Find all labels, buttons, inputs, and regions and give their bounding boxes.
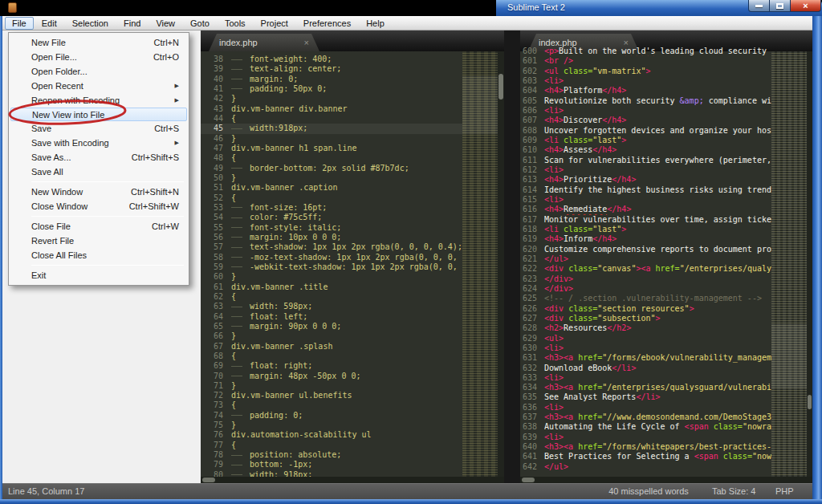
menu-item-new-file[interactable]: New FileCtrl+N (9, 35, 189, 50)
right-vertical-scrollbar[interactable] (807, 51, 812, 477)
menu-selection[interactable]: Selection (65, 17, 116, 30)
code-line: 611Scan for vulnerabilities everywhere (… (520, 156, 771, 165)
menu-item-new-window[interactable]: New WindowCtrl+Shift+N (9, 185, 189, 199)
code-line: 68{ (201, 352, 462, 361)
code-line: 616<h4>Remediate</h4> (520, 205, 771, 214)
menu-preferences[interactable]: Preferences (296, 17, 358, 30)
line-content: width: 918px; (231, 470, 462, 477)
code-line: 638Automating the Life Cycle of <span cl… (520, 422, 771, 432)
code-line: 55font-style: italic; (201, 223, 462, 233)
menu-help[interactable]: Help (359, 17, 392, 30)
left-horizontal-scrollbar[interactable] (201, 477, 504, 483)
line-number: 606 (520, 106, 544, 116)
code-line: 627<div class="subsection"> (520, 314, 771, 323)
menu-separator (31, 265, 184, 266)
menu-find[interactable]: Find (116, 17, 148, 30)
menu-project[interactable]: Project (254, 17, 295, 30)
line-number: 610 (520, 145, 544, 155)
line-number: 45 (201, 124, 231, 133)
line-number: 70 (201, 372, 231, 381)
menu-edit[interactable]: Edit (35, 17, 64, 30)
code-line: 631<h3><a href="/forms/ebook/vulnerabili… (520, 353, 771, 363)
cursor-position: Line 45, Column 17 (8, 486, 84, 496)
code-text: div.vm-banner .splash (231, 342, 332, 351)
right-horizontal-scrollbar[interactable] (520, 477, 812, 483)
code-token: <li (544, 195, 559, 204)
left-vertical-scrollbar[interactable] (498, 51, 504, 477)
menu-item-close-window[interactable]: Close WindowCtrl+Shift+W (9, 199, 189, 213)
menu-item-reopen-with-encoding[interactable]: Reopen with Encoding▶ (9, 93, 189, 108)
maximize-button[interactable] (770, 0, 790, 12)
line-content: { (231, 114, 462, 124)
code-token: > (631, 175, 636, 184)
scrollbar-thumb[interactable] (522, 478, 535, 482)
close-button[interactable]: × (790, 0, 821, 12)
code-text: { (231, 153, 236, 162)
line-number: 47 (201, 144, 231, 153)
menu-item-label: Open Folder... (31, 67, 87, 76)
line-number: 600 (520, 47, 544, 56)
code-line: 622<div class="canvas"><a href="/enterpr… (520, 264, 771, 274)
menu-file[interactable]: File (5, 17, 34, 30)
minimize-button[interactable] (748, 0, 770, 12)
tab-close-icon[interactable]: × (304, 38, 309, 47)
menu-item-open-recent[interactable]: Open Recent▶ (9, 79, 189, 93)
syntax-indicator[interactable]: PHP (775, 486, 794, 496)
line-content: <div class="subsection"> (544, 314, 771, 323)
code-token: </h4 (607, 205, 626, 213)
code-token: <li (544, 225, 559, 234)
code-line: 600<p>Built on the world's leading cloud… (520, 47, 771, 56)
right-code-area[interactable]: 600<p>Built on the world's leading cloud… (520, 51, 812, 483)
tab-size-indicator[interactable]: Tab Size: 4 (712, 486, 755, 496)
title-bar: Sublime Text 2 × (0, 0, 822, 16)
code-text: leading cloud security an (656, 47, 771, 55)
scrollbar-thumb[interactable] (808, 395, 812, 409)
menu-goto[interactable]: Goto (183, 17, 217, 30)
code-token: "canvas" (597, 264, 636, 273)
menu-tools[interactable]: Tools (218, 17, 253, 30)
line-content: { (231, 153, 462, 163)
code-text: div.vm-banner div.banner (231, 104, 348, 113)
line-content: font-size: 16pt; (231, 203, 462, 213)
left-minimap[interactable] (462, 51, 498, 477)
menu-item-exit[interactable]: Exit (9, 268, 189, 282)
menu-item-open-folder[interactable]: Open Folder... (9, 64, 189, 79)
code-token: </div (544, 284, 568, 293)
code-text: div.vm-banner .title (231, 282, 328, 291)
code-token: </li (612, 364, 631, 372)
line-number: 608 (520, 126, 544, 136)
right-minimap[interactable] (771, 51, 807, 477)
scrollbar-thumb[interactable] (202, 478, 215, 482)
editor-area: index.php × 38font-weight: 400;39text-al… (201, 30, 812, 483)
menu-item-save-as[interactable]: Save As...Ctrl+Shift+S (9, 150, 189, 165)
tab-index-php-left[interactable]: index.php × (209, 34, 319, 51)
menu-item-shortcut: Ctrl+Shift+N (121, 187, 179, 197)
code-token: </h4 (592, 234, 612, 243)
menu-view[interactable]: View (149, 17, 182, 30)
code-token: class= (568, 304, 597, 313)
menu-item-save-with-encoding[interactable]: Save with Encoding▶ (9, 136, 189, 150)
code-text: } (231, 134, 236, 143)
code-line: 610<h4>Assess</h4> (520, 145, 771, 155)
code-text: text-align: center; (250, 64, 341, 73)
line-number: 79 (201, 460, 231, 469)
line-content: </div> (544, 274, 771, 284)
left-code-area[interactable]: 38font-weight: 400;39text-align: center;… (201, 51, 504, 483)
code-token: <li (544, 165, 559, 174)
menu-item-close-all-files[interactable]: Close All Files (9, 248, 189, 262)
code-token: </h4 (602, 116, 621, 124)
line-content: <li class="last"> (544, 225, 771, 234)
code-token: </ul (544, 254, 564, 263)
menu-item-new-view-into-file[interactable]: New View into File (10, 108, 187, 121)
menu-item-close-file[interactable]: Close FileCtrl+W (9, 219, 189, 234)
code-token: &amp; (680, 96, 704, 105)
menu-item-revert-file[interactable]: Revert File (9, 234, 189, 248)
line-content: Download eBook</li> (544, 364, 771, 373)
code-token: <li (544, 136, 559, 144)
menu-item-label: Close Window (31, 201, 87, 211)
tab-indent-mark (231, 474, 242, 475)
menu-item-save[interactable]: SaveCtrl+S (9, 121, 189, 136)
scrollbar-thumb[interactable] (498, 74, 503, 100)
menu-item-open-file[interactable]: Open File...Ctrl+O (9, 50, 189, 64)
menu-item-save-all[interactable]: Save All (9, 165, 189, 179)
